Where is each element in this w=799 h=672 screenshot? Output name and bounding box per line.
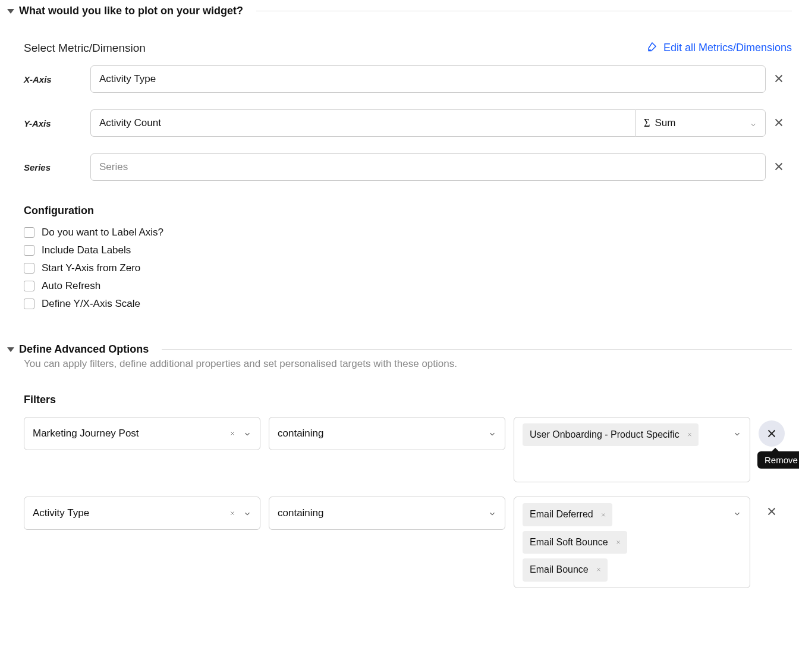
series-label: Series	[24, 162, 90, 172]
filter-operator-value: containing	[278, 507, 324, 519]
remove-tag-icon[interactable]	[687, 428, 693, 441]
remove-tag-icon[interactable]	[615, 536, 621, 549]
remove-tag-icon[interactable]	[596, 563, 602, 576]
remove-tag-icon[interactable]	[600, 508, 606, 521]
divider	[256, 11, 792, 11]
edit-all-metrics-link[interactable]: Edit all Metrics/Dimensions	[647, 41, 792, 55]
yaxis-input[interactable]: Activity Count	[90, 109, 635, 137]
config-checkbox-4[interactable]	[24, 299, 34, 309]
section-title-plot: What would you like to plot on your widg…	[19, 5, 243, 17]
filter-field-value: Activity Type	[33, 507, 89, 519]
caret-down-icon[interactable]	[7, 347, 14, 352]
yaxis-value: Activity Count	[99, 117, 161, 129]
filter-operator-select[interactable]: containing	[269, 417, 505, 450]
series-input[interactable]: Series	[90, 153, 766, 181]
sigma-icon: Σ	[644, 117, 650, 130]
chevron-down-icon	[733, 509, 741, 521]
filter-field-select[interactable]: Activity Type	[24, 497, 260, 530]
chevron-down-icon	[488, 429, 496, 441]
xaxis-input[interactable]: Activity Type	[90, 65, 766, 93]
filter-value-text: User Onboarding - Product Specific	[530, 429, 680, 439]
filter-operator-value: containing	[278, 428, 324, 439]
yaxis-label: Y-Axis	[24, 118, 90, 128]
clear-field-icon[interactable]	[229, 508, 236, 520]
remove-yaxis-button[interactable]	[766, 116, 792, 131]
config-option-label: Do you want to Label Axis?	[42, 227, 163, 238]
config-checkbox-3[interactable]	[24, 281, 34, 291]
edit-all-metrics-label: Edit all Metrics/Dimensions	[663, 42, 792, 54]
chevron-down-icon	[243, 509, 251, 521]
chevron-down-icon	[733, 429, 741, 441]
chevron-down-icon	[750, 120, 757, 127]
config-option-label: Auto Refresh	[42, 280, 100, 292]
yaxis-aggregation-select[interactable]: Σ Sum	[635, 109, 766, 137]
filter-value-text: Email Deferred	[530, 509, 593, 519]
remove-series-button[interactable]	[766, 160, 792, 175]
config-option-label: Include Data Labels	[42, 244, 131, 256]
filter-field-select[interactable]: Marketing Journey Post	[24, 417, 260, 450]
xaxis-value: Activity Type	[99, 73, 156, 85]
filter-values-select[interactable]: Email Deferred Email Soft Bounce Email B…	[514, 497, 750, 588]
chevron-down-icon	[243, 429, 251, 441]
filter-value-tag[interactable]: Email Bounce	[523, 558, 608, 581]
filter-values-select[interactable]: User Onboarding - Product Specific	[514, 417, 750, 482]
metric-dimension-header: Select Metric/Dimension	[24, 42, 146, 55]
filter-value-tag[interactable]: Email Deferred	[523, 503, 612, 526]
edit-icon	[647, 41, 658, 55]
yaxis-agg-value: Sum	[655, 117, 675, 129]
filters-title: Filters	[24, 394, 792, 406]
config-checkbox-2[interactable]	[24, 263, 34, 274]
config-option-label: Define Y/X-Axis Scale	[42, 298, 140, 310]
config-option-label: Start Y-Axis from Zero	[42, 262, 140, 274]
filter-value-tag[interactable]: User Onboarding - Product Specific	[523, 423, 699, 446]
advanced-description: You can apply filters, define additional…	[0, 358, 799, 370]
section-title-advanced: Define Advanced Options	[19, 343, 149, 356]
config-checkbox-1[interactable]	[24, 245, 34, 256]
remove-filter-row-button[interactable]: Remove	[759, 420, 785, 447]
divider	[162, 349, 792, 350]
filter-field-value: Marketing Journey Post	[33, 428, 139, 439]
remove-xaxis-button[interactable]	[766, 72, 792, 87]
remove-tooltip: Remove	[757, 451, 799, 469]
filter-operator-select[interactable]: containing	[269, 497, 505, 530]
filter-value-text: Email Bounce	[530, 564, 589, 574]
remove-filter-row-button[interactable]	[759, 497, 785, 520]
configuration-title: Configuration	[24, 205, 792, 217]
config-checkbox-0[interactable]	[24, 227, 34, 238]
xaxis-label: X-Axis	[24, 74, 90, 84]
caret-down-icon[interactable]	[7, 9, 14, 14]
series-placeholder: Series	[99, 161, 128, 173]
clear-field-icon[interactable]	[229, 428, 236, 440]
filter-value-tag[interactable]: Email Soft Bounce	[523, 531, 627, 554]
filter-value-text: Email Soft Bounce	[530, 537, 608, 547]
chevron-down-icon	[488, 509, 496, 521]
